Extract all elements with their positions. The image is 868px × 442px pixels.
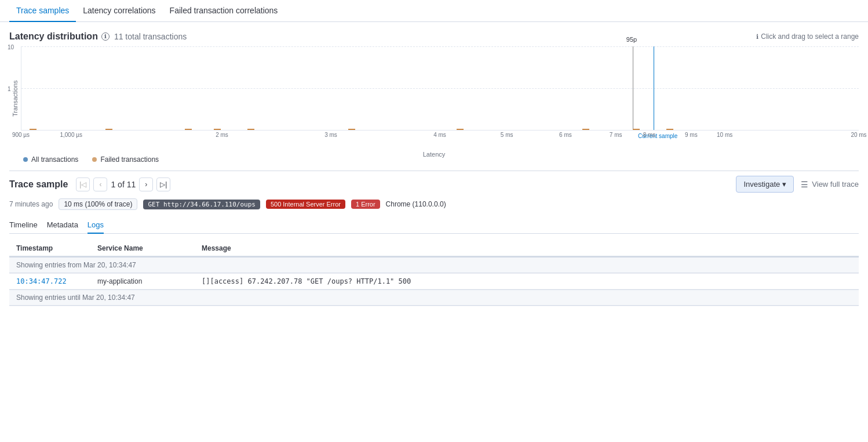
nav-total: 11 (127, 180, 136, 189)
col-timestamp: Timestamp (9, 241, 90, 256)
logs-section: Timestamp Service Name Message Showing e… (9, 241, 859, 306)
col-service-name: Service Name (90, 241, 195, 256)
nav-prev-btn[interactable]: ‹ (93, 177, 107, 191)
tab-latency-correlations[interactable]: Latency correlations (76, 0, 162, 22)
chart-area[interactable]: 10 1 95p Current sample (21, 46, 859, 131)
trace-actions: Investigate ▾ ☰ View full trace (736, 176, 859, 193)
log-timestamp-1: 10:34:47.722 (16, 277, 67, 285)
nav-first-btn[interactable]: |◁ (76, 177, 90, 191)
url-badge: GET http://34.66.17.110/oups (143, 200, 260, 209)
x-label-9ms: 9 ms (685, 132, 698, 138)
x-axis-title: Latency (9, 151, 859, 158)
bar-10 (666, 129, 673, 130)
sub-tab-timeline[interactable]: Timeline (9, 217, 38, 234)
trace-sample-nav: Trace sample |◁ ‹ 1 of 11 › ▷| (9, 177, 170, 191)
bar-9 (633, 129, 640, 130)
trace-info-row: 7 minutes ago 10 ms (100% of trace) GET … (9, 198, 859, 210)
sub-tab-metadata[interactable]: Metadata (47, 217, 78, 234)
nav-current: 1 (111, 180, 115, 189)
x-label-3ms: 3 ms (324, 132, 337, 138)
nav-last-btn[interactable]: ▷| (156, 177, 170, 191)
legend-failed-tx-dot (92, 157, 97, 162)
view-trace-label: View full trace (812, 180, 859, 189)
legend-all-tx-dot (23, 157, 28, 162)
trace-sample-title: Trace sample (9, 179, 68, 190)
main-tabs-bar: Trace samples Latency correlations Faile… (0, 0, 868, 22)
x-label-7ms: 7 ms (610, 132, 622, 138)
sub-tab-logs[interactable]: Logs (87, 217, 104, 234)
investigate-button[interactable]: Investigate ▾ (736, 176, 794, 193)
latency-title-text: Latency distribution (9, 31, 98, 42)
logs-table-body: Showing entries from Mar 20, 10:34:47 10… (9, 256, 859, 306)
drag-hint-icon: ℹ (756, 33, 758, 41)
drag-hint: ℹ Click and drag to select a range (756, 32, 859, 41)
logs-table: Timestamp Service Name Message Showing e… (9, 241, 859, 306)
log-entries-from-row: Showing entries from Mar 20, 10:34:47 (9, 256, 859, 274)
view-full-trace-button[interactable]: ☰ View full trace (801, 180, 859, 189)
bar-8 (582, 129, 589, 130)
x-label-10ms: 10 ms (717, 132, 732, 138)
x-label-2ms: 2 ms (216, 132, 228, 138)
trace-duration: 10 ms (100% of trace) (59, 198, 137, 210)
error-count-badge: 1 Error (351, 200, 380, 209)
showing-entries-from: Showing entries from Mar 20, 10:34:47 (9, 257, 859, 273)
tab-failed-tx-correlations[interactable]: Failed transaction correlations (163, 0, 285, 22)
total-tx-count: 11 total transactions (114, 32, 187, 41)
drag-hint-text: Click and drag to select a range (761, 32, 859, 41)
latency-info-icon[interactable]: ℹ (101, 32, 110, 41)
log-service-1: my-application (97, 277, 142, 285)
bar-2 (105, 129, 112, 130)
bar-4 (214, 129, 221, 130)
x-label-6ms: 6 ms (559, 132, 572, 138)
bar-5 (247, 129, 254, 130)
95p-marker: 95p (633, 46, 633, 130)
bar-6 (348, 129, 355, 130)
log-row-1: 10:34:47.722 my-application [][access] 6… (9, 274, 859, 289)
latency-section-header: Latency distribution ℹ 11 total transact… (9, 31, 859, 42)
showing-entries-until: Showing entries until Mar 20, 10:34:47 (9, 289, 859, 306)
bar-7 (457, 129, 464, 130)
nav-next-btn[interactable]: › (139, 177, 153, 191)
tab-trace-samples[interactable]: Trace samples (9, 0, 76, 22)
browser-info: Chrome (110.0.0.0) (386, 200, 446, 208)
log-entries-until-row: Showing entries until Mar 20, 10:34:47 (9, 289, 859, 306)
sub-tabs-bar: Timeline Metadata Logs (9, 217, 859, 234)
current-sample-marker: Current sample (654, 46, 654, 130)
nav-count: 1 of 11 (111, 180, 136, 189)
trace-sample-header: Trace sample |◁ ‹ 1 of 11 › ▷| Investiga… (9, 171, 859, 193)
investigate-label: Investigate (743, 180, 780, 189)
document-icon: ☰ (801, 180, 808, 189)
main-content: Latency distribution ℹ 11 total transact… (0, 22, 868, 316)
time-ago: 7 minutes ago (9, 200, 53, 208)
x-label-20ms: 20 ms (851, 132, 866, 138)
95p-label: 95p (626, 36, 637, 43)
status-badge: 500 Internal Server Error (266, 200, 345, 209)
logs-table-header: Timestamp Service Name Message (9, 241, 859, 256)
latency-title: Latency distribution ℹ (9, 31, 110, 42)
nav-of: of (118, 180, 127, 189)
x-label-8ms: 8 ms (643, 132, 656, 138)
x-label-1000us: 1,000 µs (60, 132, 82, 138)
investigate-chevron-icon: ▾ (782, 180, 786, 189)
bar-1 (30, 129, 37, 130)
bar-3 (185, 129, 192, 130)
col-message: Message (195, 241, 859, 256)
latency-chart[interactable]: Transactions 10 1 95p Current sample (9, 46, 859, 151)
x-label-5ms: 5 ms (501, 132, 513, 138)
x-label-900us: 900 µs (12, 132, 30, 138)
x-label-4ms: 4 ms (433, 132, 446, 138)
log-message-1: [][access] 67.242.207.78 "GET /oups? HTT… (202, 277, 411, 285)
